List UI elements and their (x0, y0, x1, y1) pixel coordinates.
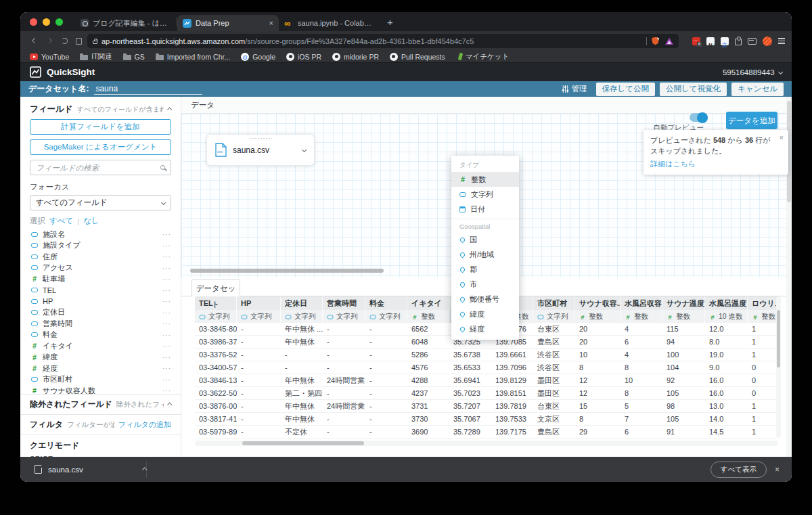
field-options-icon[interactable] (162, 376, 171, 384)
profile-avatar[interactable] (763, 37, 772, 46)
column-header[interactable]: サウナ収容... (575, 296, 621, 310)
field-search-input[interactable] (36, 164, 160, 172)
focus-select[interactable]: すべてのフィールド (30, 195, 171, 210)
shield-extension-icon[interactable]: 1 (652, 37, 659, 45)
bookmark-item[interactable]: GS (123, 53, 145, 61)
type-menu-item[interactable]: 文字列 (451, 187, 519, 202)
close-tab-icon[interactable]: × (269, 20, 273, 27)
reload-button[interactable] (57, 38, 72, 44)
footer-file-item[interactable]: sauna.csv (20, 465, 146, 474)
column-type-cell[interactable]: 文字列 (323, 310, 365, 323)
chevron-down-icon[interactable] (302, 148, 307, 153)
column-type-cell[interactable]: 10 進数 (705, 310, 748, 323)
zoom-window-button[interactable] (55, 18, 63, 26)
field-list-item[interactable]: イキタイ (20, 340, 181, 352)
show-all-button[interactable]: すべて表示 (710, 462, 767, 478)
field-options-icon[interactable] (162, 242, 171, 250)
notion-extension-icon[interactable] (706, 37, 715, 45)
excluded-fields-section[interactable]: 除外されたフィールド 除外されたフィールドはありません (20, 394, 181, 414)
column-type-cell[interactable]: 整数 (407, 310, 449, 323)
geo-menu-item[interactable]: 緯度 (451, 307, 519, 321)
tab-data-prep[interactable]: Data Prep × (177, 15, 279, 31)
translate-extension-icon[interactable] (721, 37, 729, 45)
close-panel-icon[interactable] (775, 465, 780, 474)
manage-button[interactable]: 管理 (562, 84, 587, 94)
bookmark-item[interactable]: マイチケット (456, 52, 509, 62)
column-header[interactable]: 水風呂収容... (621, 296, 662, 310)
type-menu-item[interactable]: 日付 (451, 202, 519, 217)
red-extension-icon[interactable]: 8 (692, 37, 700, 45)
sagemaker-augment-button[interactable]: SageMaker によるオーグメント (30, 139, 171, 155)
action-button[interactable]: 公開して視覚化 (660, 83, 727, 96)
column-type-cell[interactable]: 文字列 (281, 310, 323, 323)
column-type-cell[interactable]: 整数 (575, 310, 621, 323)
column-header[interactable]: 水風呂温度 (705, 296, 748, 310)
auto-preview-toggle[interactable] (690, 113, 708, 122)
field-list-item[interactable]: 定休日 (20, 307, 181, 319)
field-list-item[interactable]: 施設タイプ (20, 240, 181, 252)
column-header[interactable]: ロウリュ (748, 296, 778, 310)
field-options-icon[interactable] (162, 353, 171, 361)
collapse-excluded-icon[interactable] (167, 402, 173, 407)
action-button[interactable]: キャンセル (731, 83, 784, 96)
geo-menu-item[interactable]: 郡 (451, 262, 519, 277)
field-list-item[interactable]: 市区町村 (20, 374, 181, 386)
action-button[interactable]: 保存して公開 (596, 83, 656, 96)
column-header[interactable]: 料金 (365, 296, 407, 310)
table-horizontal-scrollbar[interactable] (195, 441, 778, 446)
brave-rewards-icon[interactable] (665, 38, 673, 45)
extensions-puzzle-icon[interactable] (735, 39, 742, 45)
geo-menu-item[interactable]: 州/地域 (451, 247, 519, 262)
field-options-icon[interactable] (162, 386, 171, 394)
field-list-item[interactable]: 料金 (20, 330, 181, 341)
field-options-icon[interactable] (162, 297, 171, 305)
browser-menu-icon[interactable] (778, 38, 785, 44)
column-header[interactable]: イキタイ (407, 296, 449, 310)
field-list-item[interactable]: 施設名 (20, 229, 181, 240)
field-list-item[interactable]: 経度 (20, 363, 181, 374)
table-vertical-scrollbar[interactable] (776, 296, 781, 438)
field-list-item[interactable]: 駐車場 (20, 273, 181, 285)
field-list-item[interactable]: 緯度 (20, 352, 181, 363)
source-node-sauna-csv[interactable]: csv sauna.csv (206, 134, 315, 166)
field-options-icon[interactable] (162, 342, 171, 350)
geo-menu-item[interactable]: 郵便番号 (451, 292, 519, 307)
bookmark-item[interactable]: IT関連 (80, 52, 112, 62)
add-data-button[interactable]: データを追加 (726, 112, 777, 129)
select-all-link[interactable]: すべて (49, 216, 73, 226)
add-filter-link[interactable]: フィルタの追加 (118, 420, 171, 430)
dataset-name-input[interactable] (94, 84, 202, 95)
close-window-button[interactable] (30, 18, 37, 26)
field-options-icon[interactable] (162, 264, 171, 272)
bookmark-item[interactable]: iOS PR (286, 53, 321, 61)
forward-button[interactable] (42, 39, 57, 43)
field-options-icon[interactable] (162, 230, 171, 238)
select-none-link[interactable]: なし (83, 216, 99, 226)
wallet-icon[interactable] (748, 38, 757, 45)
dataset-tab[interactable]: データセット (191, 279, 240, 296)
minimize-window-button[interactable] (43, 18, 50, 26)
field-list-item[interactable]: TEL (20, 285, 181, 296)
field-options-icon[interactable] (162, 252, 171, 261)
column-type-cell[interactable]: 文字列 (365, 310, 407, 323)
close-notification-icon[interactable] (780, 134, 784, 141)
new-tab-button[interactable] (387, 16, 393, 28)
account-menu[interactable]: 595164889443 (723, 68, 782, 76)
back-button[interactable] (27, 39, 42, 43)
collapse-fields-icon[interactable] (167, 107, 173, 112)
field-list-item[interactable]: 営業時間 (20, 318, 181, 330)
field-list-item[interactable]: 住所 (20, 251, 181, 263)
tab-hatena-blog[interactable]: ブログ記事編集 - はてなブログ (75, 15, 177, 31)
field-options-icon[interactable] (162, 364, 171, 372)
field-options-icon[interactable] (162, 275, 171, 283)
column-header[interactable]: 営業時間 (323, 296, 365, 310)
field-list-item[interactable]: アクセス (20, 263, 181, 274)
field-search[interactable] (30, 160, 171, 175)
column-type-cell[interactable]: 整数 (621, 310, 662, 323)
drag-handle[interactable] (249, 137, 272, 139)
bookmark-item[interactable]: Google (241, 53, 275, 61)
details-link[interactable]: 詳細はこちら (650, 159, 696, 169)
field-options-icon[interactable] (162, 309, 171, 317)
field-options-icon[interactable] (162, 331, 171, 339)
field-options-icon[interactable] (162, 286, 171, 294)
